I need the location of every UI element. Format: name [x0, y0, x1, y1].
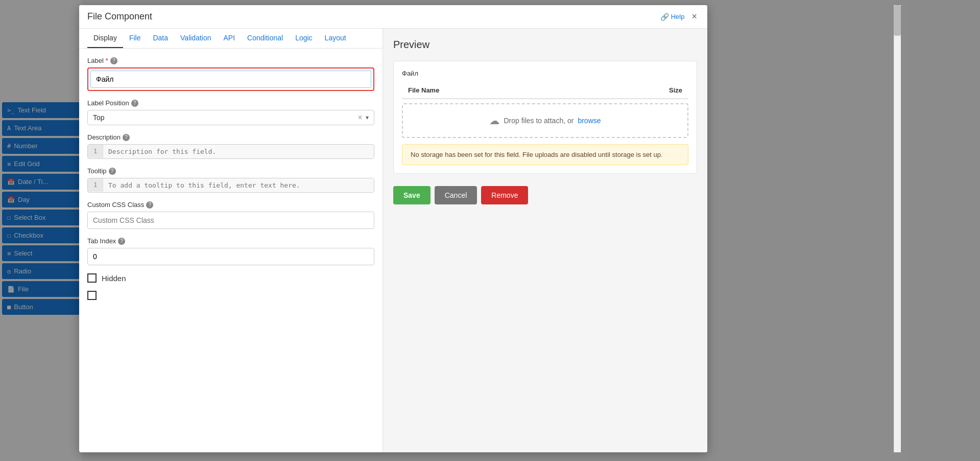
description-text: Description [87, 133, 121, 141]
tab-data[interactable]: Data [147, 29, 174, 48]
modal-title: File Component [87, 11, 152, 22]
second-checkbox-row [87, 291, 374, 300]
close-button[interactable]: × [689, 11, 699, 22]
description-editor-row: 1 [88, 145, 374, 158]
tab-logic[interactable]: Logic [289, 29, 318, 48]
tooltip-input[interactable] [103, 178, 374, 192]
label-position-label: Label Position ? [87, 99, 374, 107]
preview-card: Файл File Name Size ☁ Drop files to atta… [393, 61, 697, 174]
label-field-label: Label * ? [87, 57, 374, 64]
storage-warning: No storage has been set for this field. … [402, 144, 688, 165]
scrollbar-thumb[interactable] [894, 5, 901, 36]
tab-index-group: Tab Index ? [87, 237, 374, 265]
tooltip-line-num: 1 [88, 178, 103, 192]
file-size-header: Size [583, 82, 688, 99]
modal-body: Display File Data Validation API Conditi… [79, 29, 707, 452]
right-panel: Preview Файл File Name Size ☁ Drop files… [383, 29, 707, 452]
tooltip-editor-row: 1 [88, 178, 374, 192]
file-table: File Name Size [402, 82, 688, 99]
description-field-group: Description ? 1 [87, 133, 374, 159]
left-panel: Display File Data Validation API Conditi… [79, 29, 383, 452]
tab-api[interactable]: API [218, 29, 242, 48]
description-line-num: 1 [88, 145, 103, 158]
modal-scrollbar[interactable] [894, 5, 901, 452]
drop-zone[interactable]: ☁ Drop files to attach, or browse [402, 103, 688, 138]
required-marker: * [106, 57, 108, 64]
tab-layout[interactable]: Layout [319, 29, 352, 48]
select-arrow-icon: ▾ [366, 114, 369, 121]
label-text: Label [87, 57, 104, 64]
tooltip-label: Tooltip ? [87, 167, 374, 175]
modal-header-actions: 🔗 Help × [660, 11, 699, 22]
cloud-upload-icon: ☁ [489, 114, 499, 127]
drop-text: Drop files to attach, or [504, 117, 573, 125]
tooltip-field-group: Tooltip ? 1 [87, 167, 374, 193]
custom-css-input[interactable] [87, 212, 374, 229]
tab-index-help-icon[interactable]: ? [118, 238, 125, 245]
preview-file-label: Файл [402, 70, 688, 77]
tab-conditional[interactable]: Conditional [241, 29, 289, 48]
tab-display[interactable]: Display [87, 29, 123, 48]
help-label: Help [671, 13, 685, 20]
label-field-group: Label * ? [87, 57, 374, 91]
help-icon: 🔗 [660, 13, 669, 21]
tab-index-text: Tab Index [87, 237, 116, 245]
hidden-label: Hidden [102, 274, 126, 283]
description-input[interactable] [103, 145, 374, 158]
modal-header: File Component 🔗 Help × [79, 5, 707, 29]
modal-dialog: File Component 🔗 Help × Display File Dat… [79, 5, 707, 452]
action-buttons: Save Cancel Remove [393, 186, 697, 204]
custom-css-group: Custom CSS Class ? [87, 201, 374, 229]
remove-button[interactable]: Remove [481, 186, 528, 204]
tab-index-label: Tab Index ? [87, 237, 374, 245]
tooltip-editor: 1 [87, 178, 374, 193]
tab-bar: Display File Data Validation API Conditi… [79, 29, 383, 49]
custom-css-text: Custom CSS Class [87, 201, 144, 209]
label-position-help-icon[interactable]: ? [131, 100, 138, 107]
label-help-icon[interactable]: ? [110, 57, 117, 64]
save-button[interactable]: Save [393, 186, 431, 204]
form-content: Label * ? Label Position ? Top [79, 49, 383, 316]
label-position-value: Top [93, 113, 357, 122]
label-position-select[interactable]: Top ✕ ▾ [87, 110, 374, 125]
description-label: Description ? [87, 133, 374, 141]
hidden-checkbox-row: Hidden [87, 273, 374, 283]
label-input[interactable] [90, 71, 371, 88]
tooltip-text: Tooltip [87, 167, 107, 175]
custom-css-label: Custom CSS Class ? [87, 201, 374, 209]
help-link[interactable]: 🔗 Help [660, 13, 685, 21]
browse-link[interactable]: browse [578, 117, 601, 125]
description-editor: 1 [87, 144, 374, 159]
hidden-checkbox[interactable] [87, 273, 97, 283]
label-input-wrapper [87, 67, 374, 91]
select-clear-icon[interactable]: ✕ [357, 114, 363, 121]
tab-file[interactable]: File [123, 29, 147, 48]
second-checkbox[interactable] [87, 291, 97, 300]
label-position-group: Label Position ? Top ✕ ▾ [87, 99, 374, 125]
cancel-button[interactable]: Cancel [435, 186, 477, 204]
tooltip-help-icon[interactable]: ? [109, 168, 116, 175]
label-position-text: Label Position [87, 99, 129, 107]
tab-validation[interactable]: Validation [174, 29, 217, 48]
tab-index-input[interactable] [87, 248, 374, 265]
custom-css-help-icon[interactable]: ? [146, 201, 153, 209]
description-help-icon[interactable]: ? [123, 134, 130, 141]
preview-title: Preview [393, 39, 697, 51]
file-name-header: File Name [402, 82, 583, 99]
